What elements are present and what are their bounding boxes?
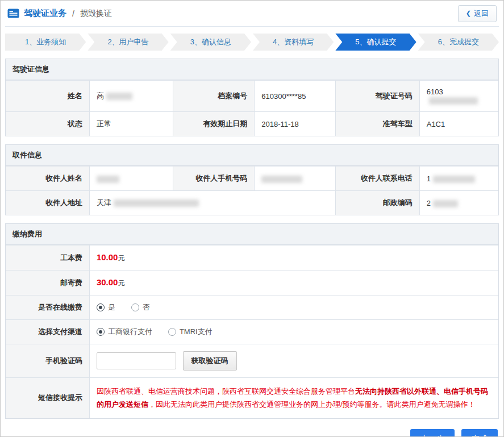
table-row: 选择支付渠道 工商银行支付 TMRI支付 (6, 320, 498, 344)
recipient-phone-label: 收件人联系电话 (336, 167, 419, 191)
radio-unchecked-icon[interactable] (168, 328, 176, 336)
masked-value (433, 200, 458, 207)
captcha-input[interactable] (97, 352, 176, 369)
back-button[interactable]: ❮ 返回 (458, 5, 497, 22)
page-container: 驾驶证业务 / 损毁换证 ❮ 返回 1、业务须知 2、用户申告 3、确认信息 4… (0, 0, 504, 437)
radio-checked-icon[interactable] (97, 303, 105, 311)
table-row: 短信接收提示 因陕西省联通、电信运营商技术问题，陕西省互联网交通安全综合服务管理… (6, 378, 498, 418)
step-1-notice[interactable]: 1、业务须知 (5, 34, 86, 51)
recipient-mobile-label: 收件人手机号码 (173, 167, 255, 191)
recipient-name-value (89, 167, 173, 191)
pay-channel-options: 工商银行支付 TMRI支付 (89, 320, 498, 344)
file-no-label: 档案编号 (173, 81, 255, 112)
radio-checked-icon[interactable] (97, 328, 105, 336)
license-info-section: 驾驶证信息 姓名 高 档案编号 610300****85 驾驶证号码 6103 … (5, 59, 499, 136)
table-row: 是否在线缴费 是 否 (6, 296, 498, 320)
finish-button[interactable]: 完成 (461, 429, 498, 437)
breadcrumb: 驾驶证业务 / 损毁换证 (7, 8, 112, 19)
pay-online-options: 是 否 (89, 296, 498, 320)
postage-unit: 元 (118, 279, 124, 287)
recipient-phone-value: 1 (419, 167, 498, 191)
status-label: 状态 (6, 112, 89, 136)
form-icon (7, 9, 19, 18)
table-row: 邮寄费 30.00元 (6, 270, 498, 296)
captcha-label: 手机验证码 (6, 344, 89, 378)
channel-icbc-option[interactable]: 工商银行支付 (97, 327, 152, 337)
masked-value (97, 176, 119, 183)
step-6-done[interactable]: 6、完成提交 (418, 34, 499, 51)
pickup-info-table: 收件人姓名 收件人手机号码 收件人联系电话 1 收件人地址 天津 邮政编码 2 (6, 166, 498, 215)
payment-section: 缴纳费用 工本费 10.00元 邮寄费 30.00元 是否在线缴费 (5, 223, 499, 419)
name-label: 姓名 (6, 81, 89, 112)
step-5-confirm-submit[interactable]: 5、确认提交 (335, 34, 416, 51)
channel-tmri-label: TMRI支付 (180, 327, 213, 337)
expiry-value: 2018-11-18 (255, 112, 336, 136)
table-row: 工本费 10.00元 (6, 245, 498, 270)
channel-tmri-option[interactable]: TMRI支付 (168, 327, 213, 337)
pickup-info-section: 取件信息 收件人姓名 收件人手机号码 收件人联系电话 1 收件人地址 天津 邮政… (5, 144, 499, 215)
status-value: 正常 (89, 112, 173, 136)
footer-actions: 上一步 完成 (6, 429, 498, 437)
masked-value (261, 176, 302, 183)
masked-value (114, 199, 199, 207)
pay-channel-label: 选择支付渠道 (6, 320, 89, 344)
recipient-name-label: 收件人姓名 (6, 167, 89, 191)
payment-section-title: 缴纳费用 (6, 224, 498, 245)
fee-unit: 元 (118, 254, 124, 262)
license-no-value: 6103 (419, 81, 498, 112)
get-captcha-button[interactable]: 获取验证码 (183, 351, 237, 371)
table-row: 手机验证码 获取验证码 (6, 344, 498, 378)
masked-value (106, 93, 132, 100)
vehicle-type-value: A1C1 (419, 112, 498, 136)
radio-unchecked-icon[interactable] (131, 303, 139, 311)
expiry-label: 有效期止日期 (173, 112, 255, 136)
pay-online-no-option[interactable]: 否 (131, 302, 150, 313)
step-3-confirm-info[interactable]: 3、确认信息 (170, 34, 251, 51)
back-button-label: 返回 (474, 9, 489, 19)
pay-online-label: 是否在线缴费 (6, 296, 89, 320)
fee-value: 10.00元 (89, 245, 498, 270)
step-nav: 1、业务须知 2、用户申告 3、确认信息 4、资料填写 5、确认提交 6、完成提… (5, 34, 499, 51)
breadcrumb-current: 损毁换证 (80, 9, 112, 19)
breadcrumb-separator: / (72, 9, 74, 18)
captcha-row: 获取验证码 (89, 344, 498, 378)
channel-icbc-label: 工商银行支付 (108, 327, 152, 337)
recipient-address-label: 收件人地址 (6, 191, 89, 215)
payment-table: 工本费 10.00元 邮寄费 30.00元 是否在线缴费 是 (6, 245, 498, 418)
prev-step-button[interactable]: 上一步 (410, 429, 455, 437)
step-4-fill-form[interactable]: 4、资料填写 (253, 34, 334, 51)
table-row: 状态 正常 有效期止日期 2018-11-18 准驾车型 A1C1 (6, 112, 498, 136)
table-row: 姓名 高 档案编号 610300****85 驾驶证号码 6103 (6, 81, 498, 112)
zip-code-value: 2 (419, 191, 498, 215)
page-title: 驾驶证业务 (24, 8, 66, 19)
step-2-declare[interactable]: 2、用户申告 (88, 34, 168, 51)
masked-value (433, 176, 475, 183)
header: 驾驶证业务 / 损毁换证 ❮ 返回 (5, 1, 499, 27)
recipient-mobile-value (255, 167, 336, 191)
postage-value: 30.00元 (89, 270, 498, 296)
table-row: 收件人地址 天津 邮政编码 2 (6, 191, 498, 215)
license-section-title: 驾驶证信息 (6, 59, 498, 80)
file-no-value: 610300****85 (255, 81, 336, 112)
zip-code-label: 邮政编码 (336, 191, 419, 215)
masked-value (429, 97, 478, 105)
pay-online-no-label: 否 (143, 302, 150, 313)
name-value: 高 (89, 81, 173, 112)
fee-amount: 10.00 (97, 252, 118, 262)
vehicle-type-label: 准驾车型 (336, 112, 419, 136)
license-info-table: 姓名 高 档案编号 610300****85 驾驶证号码 6103 状态 正常 … (6, 80, 498, 136)
sms-text-part3: ，因此无法向此类用户提供陕西省交通管理业务的网上办理/预约等服务。请此类用户避免… (148, 400, 476, 409)
sms-notice-text: 因陕西省联通、电信运营商技术问题，陕西省互联网交通安全综合服务管理平台无法向持陕… (89, 378, 498, 418)
pay-online-yes-option[interactable]: 是 (97, 302, 115, 313)
back-chevron-icon: ❮ (466, 10, 471, 17)
table-row: 收件人姓名 收件人手机号码 收件人联系电话 1 (6, 167, 498, 191)
pay-online-yes-label: 是 (108, 302, 115, 313)
fee-label: 工本费 (6, 245, 89, 270)
sms-notice-label: 短信接收提示 (6, 378, 89, 418)
pickup-section-title: 取件信息 (6, 145, 498, 166)
postage-label: 邮寄费 (6, 270, 89, 296)
recipient-address-value: 天津 (89, 191, 335, 215)
license-no-label: 驾驶证号码 (336, 81, 419, 112)
sms-text-part1: 因陕西省联通、电信运营商技术问题，陕西省互联网交通安全综合服务管理平台 (97, 387, 355, 396)
postage-amount: 30.00 (97, 277, 118, 287)
